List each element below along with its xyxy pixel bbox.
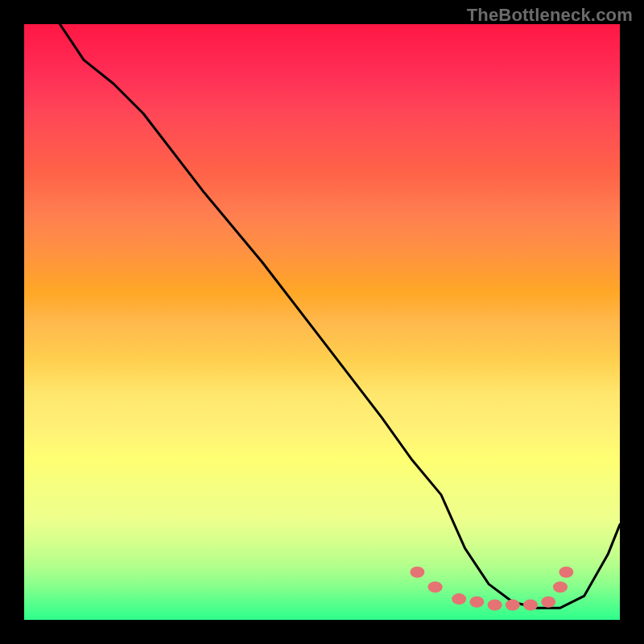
curve-svg <box>24 24 620 620</box>
marker-point <box>410 567 424 578</box>
marker-point <box>488 600 502 611</box>
watermark-text: TheBottleneck.com <box>467 5 633 26</box>
marker-point <box>428 581 443 592</box>
bottleneck-curve <box>60 24 620 608</box>
marker-point <box>559 567 573 578</box>
marker-point <box>452 593 466 605</box>
highlight-markers <box>410 567 573 611</box>
chart-container: TheBottleneck.com <box>0 0 644 644</box>
plot-area <box>24 24 620 620</box>
marker-point <box>469 597 484 608</box>
marker-point <box>523 600 538 611</box>
marker-point <box>541 597 555 608</box>
marker-point <box>506 600 520 611</box>
marker-point <box>553 581 568 592</box>
